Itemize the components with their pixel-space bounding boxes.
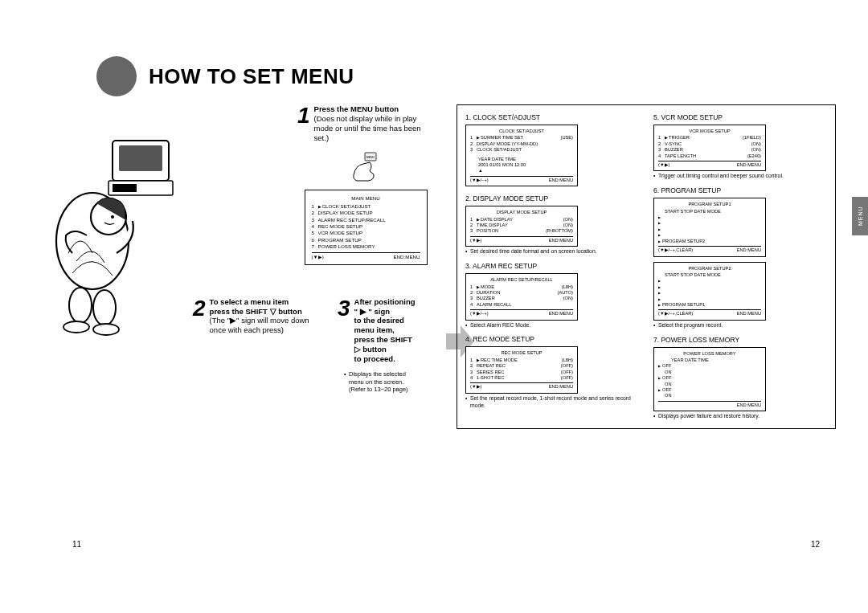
sec-6-osd-1: PROGRAM SETUP1 START STOP DATE MODE PROG… [653,198,766,256]
sec-4-title: 4. REC MODE SETUP [465,335,639,343]
main-menu-title: MAIN MENU [312,195,420,202]
sec-3-osd: ALARM REC SETUP/RECALL 1MODE(L8H) 2DURAT… [465,273,578,320]
step-1-number: 1 [297,104,310,143]
sec-6-note: Select the program record. [653,322,827,329]
sec-7-title: 7. POWER LOSS MEMORY [653,336,827,344]
sec-4-note: Set the repeat record mode, 1-shot recor… [465,395,639,410]
sec-5-title: 5. VCR MODE SETUP [653,113,827,121]
svg-point-6 [111,215,114,219]
sec-2-title: 2. DISPLAY MODE SETUP [465,194,639,202]
step-2-heading-a: To select a menu item [210,297,289,306]
step-3-heading-b: to the desired menu item, [354,316,404,334]
svg-text:MENU: MENU [366,156,375,159]
step-1-heading: Press the MENU button [314,104,399,113]
svg-point-8 [93,290,116,325]
sec-1-osd: CLOCK SET/ADJUST 1SUMMER TIME SET(USE) 2… [465,125,578,186]
page-number-left: 11 [72,540,81,549]
page-title: HOW TO SET MENU [149,64,354,89]
svg-point-7 [69,288,92,323]
svg-rect-3 [113,184,137,192]
girl-tv-illustration [48,133,177,341]
sec-2-note: Set desired time date format and on scre… [465,248,639,255]
main-menu-osd: MAIN MENU 1CLOCK SET/ADJUST 2DISPLAY MOD… [305,190,428,265]
page-title-row: HOW TO SET MENU [96,56,836,96]
sec-4-osd: REC MODE SETUP 1REC TIME MODE(L8H) 2REPE… [465,346,578,393]
step-3-heading-a: After positioning " ▶ " sign [354,297,416,316]
page-number-right: 12 [811,540,820,549]
sec-7-osd: POWER LOSS MEMORY YEAR DATE TIME OFF ON … [653,347,766,412]
sec-5-note: Trigger out timing control and beeper so… [653,173,827,180]
step-3: 3 After positioning " ▶ " sign to the de… [338,297,418,364]
step-1-note: (Does not display while in play mode or … [314,114,421,142]
sec-5-osd: VCR MODE SETUP 1TRIGGER(1FIELD) 2V-SYNC(… [653,125,766,171]
step-2-number: 2 [193,297,206,336]
menu-button-graphic: MENU [346,151,386,183]
step-2: 2 To select a menu item press the SHIFT … [193,297,317,336]
step-2-note: (The "▶" sign will move down once with e… [210,316,309,334]
sec-7-note: Displays power failure and restore histo… [653,413,827,420]
sec-6-title: 6. PROGRAM SETUP [653,186,827,194]
side-tab-menu: MENU [852,197,868,235]
step-1: 1 Press the MENU button (Does not displa… [297,104,434,143]
step-3-heading-d: to proceed. [354,354,395,363]
menu-sections-panel: 1. CLOCK SET/ADJUST CLOCK SET/ADJUST 1SU… [457,104,836,429]
sec-6-osd-2: PROGRAM SETUP2 START STOP DATE MODE PROG… [653,262,766,321]
svg-point-9 [63,321,89,333]
sec-2-osd: DISPLAY MODE SETUP 1DATE DISPLAY(ON) 2TI… [465,206,578,247]
sec-1-title: 1. CLOCK SET/ADJUST [465,113,639,121]
step-3-heading-c: press the SHIFT ▷ button [354,335,412,353]
title-dot-icon [96,56,137,96]
step-2-heading-b: press the SHIFT ▽ button [210,307,302,316]
svg-rect-1 [119,145,162,171]
step-3-bullet: Displays the selected menu on the screen… [344,370,418,394]
sec-3-title: 3. ALARM REC SETUP [465,262,639,270]
svg-point-10 [93,324,119,335]
sec-3-note: Select Alarm REC Mode. [465,322,639,329]
step-3-number: 3 [338,297,350,364]
